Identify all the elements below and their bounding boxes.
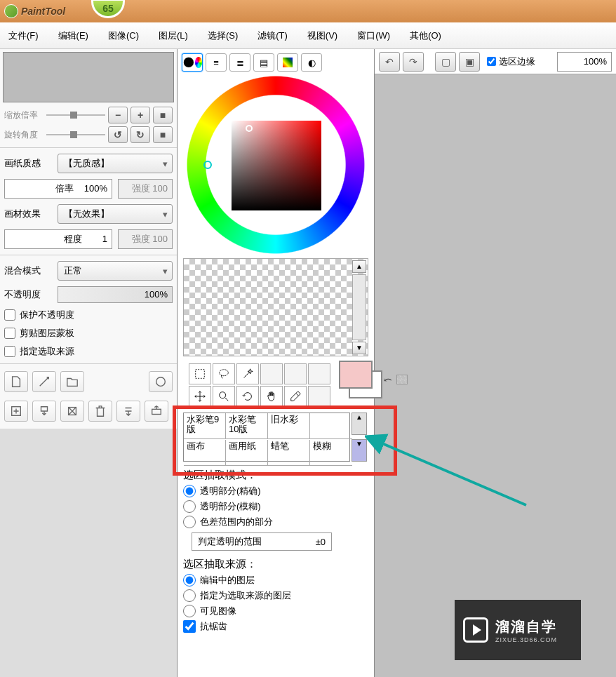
palette-mode-icon[interactable] bbox=[277, 53, 298, 72]
brush-empty[interactable] bbox=[310, 413, 352, 439]
hand-tool-icon[interactable] bbox=[260, 386, 283, 407]
move-tool-icon[interactable] bbox=[189, 386, 211, 407]
clear-layer-icon[interactable] bbox=[60, 401, 84, 422]
mid-panel: ≡ ≣ ▤ ◐ ▲ bbox=[178, 49, 375, 677]
color-square[interactable] bbox=[232, 121, 321, 210]
source-assigned-radio[interactable] bbox=[183, 589, 196, 602]
paper-texture-dropdown[interactable]: 【无质感】 bbox=[58, 154, 173, 173]
rotate-left-button[interactable]: ↺ bbox=[108, 126, 128, 143]
opacity-label: 不透明度 bbox=[4, 288, 52, 301]
degree-input[interactable]: 程度 1 bbox=[4, 229, 112, 249]
brush-blur[interactable]: 模糊 bbox=[310, 440, 352, 466]
brush-watercolor10[interactable]: 水彩笔10版 bbox=[226, 413, 268, 439]
brush-scroll-up[interactable]: ▲ bbox=[351, 413, 367, 435]
foreground-color[interactable] bbox=[339, 361, 373, 389]
opacity-slider[interactable]: 100% bbox=[58, 286, 173, 303]
blend-dropdown[interactable]: 正常 bbox=[58, 261, 173, 281]
layer-list[interactable] bbox=[0, 429, 177, 677]
zoom-out-button[interactable]: − bbox=[108, 107, 128, 123]
swap-colors-icon[interactable]: ⤺ bbox=[384, 374, 392, 385]
source-editing-label: 编辑中的图层 bbox=[200, 574, 255, 586]
gray-mode-icon[interactable]: ▤ bbox=[253, 53, 274, 72]
swatch-scroll-up[interactable]: ▲ bbox=[352, 260, 366, 273]
svg-rect-8 bbox=[196, 370, 205, 379]
scratchpad-mode-icon[interactable]: ◐ bbox=[301, 53, 322, 72]
menu-filter[interactable]: 滤镜(T) bbox=[257, 29, 288, 42]
brush-old-watercolor[interactable]: 旧水彩 bbox=[268, 413, 310, 439]
left-panel: 缩放倍率 − + ■ 旋转角度 ↺ ↻ ■ 画纸质感 【无质感】 倍率 100%… bbox=[0, 49, 178, 677]
swatch-scrollbar[interactable] bbox=[352, 274, 366, 340]
transparent-range-input[interactable]: 判定透明的范围 ±0 bbox=[192, 532, 332, 551]
rotate-slider[interactable] bbox=[46, 130, 105, 140]
undo-button[interactable]: ↶ bbox=[379, 52, 400, 72]
tool-empty[interactable] bbox=[284, 363, 307, 384]
material-dropdown[interactable]: 【无效果】 bbox=[58, 204, 173, 224]
menu-other[interactable]: 其他(O) bbox=[410, 29, 441, 42]
menu-layer[interactable]: 图层(L) bbox=[159, 29, 188, 42]
zoom-tool-icon[interactable] bbox=[213, 386, 235, 407]
extract-fuzzy-radio[interactable] bbox=[183, 500, 196, 513]
invert-button[interactable]: ▣ bbox=[459, 52, 480, 72]
zoom-reset-button[interactable]: ■ bbox=[153, 107, 173, 123]
eyedropper-tool-icon[interactable] bbox=[284, 386, 307, 407]
selection-edge-checkbox[interactable] bbox=[487, 57, 496, 66]
brush-watercolor9[interactable]: 水彩笔9版 bbox=[184, 413, 226, 439]
brush-crayon[interactable]: 蜡笔 bbox=[268, 440, 310, 466]
extract-colordiff-radio[interactable] bbox=[183, 516, 196, 528]
zoom-slider[interactable] bbox=[46, 110, 105, 120]
deselect-button[interactable]: ▢ bbox=[435, 52, 456, 72]
clip-checkbox[interactable] bbox=[4, 328, 15, 339]
rotate-reset-button[interactable]: ■ bbox=[153, 126, 173, 143]
protect-checkbox[interactable] bbox=[4, 309, 15, 321]
transparent-color-icon[interactable] bbox=[396, 375, 408, 384]
blend-label: 混合模式 bbox=[4, 264, 52, 277]
rgb-mode-icon[interactable]: ≡ bbox=[206, 53, 227, 72]
scale-input[interactable]: 倍率 100% bbox=[4, 179, 112, 199]
new-layer-icon[interactable] bbox=[4, 371, 28, 392]
swatch-area[interactable]: ▲ ▼ bbox=[183, 258, 368, 356]
zoom-input[interactable]: 100% bbox=[557, 52, 612, 72]
brush-scroll-down[interactable]: ▼ bbox=[351, 439, 367, 462]
color-wheel-mode-icon[interactable] bbox=[182, 53, 203, 72]
brush-paper[interactable]: 画用纸 bbox=[226, 440, 268, 466]
rect-select-tool-icon[interactable] bbox=[189, 363, 211, 384]
extract-precise-radio[interactable] bbox=[183, 485, 196, 497]
menu-edit[interactable]: 编辑(E) bbox=[58, 29, 88, 42]
lasso-tool-icon[interactable] bbox=[213, 363, 235, 384]
menu-select[interactable]: 选择(S) bbox=[208, 29, 238, 42]
degree-label: 程度 bbox=[64, 234, 82, 244]
tool-empty[interactable] bbox=[308, 363, 330, 384]
menu-window[interactable]: 窗口(W) bbox=[357, 29, 390, 42]
canvas-area[interactable] bbox=[375, 74, 616, 677]
brush-canvas[interactable]: 画布 bbox=[184, 440, 226, 466]
tool-empty[interactable] bbox=[260, 363, 283, 384]
new-linework-icon[interactable] bbox=[32, 371, 56, 392]
clip-label: 剪贴图层蒙板 bbox=[20, 327, 74, 340]
source-visible-radio[interactable] bbox=[183, 605, 196, 617]
rotate-right-button[interactable]: ↻ bbox=[130, 126, 150, 143]
rotate-tool-icon[interactable] bbox=[236, 386, 259, 407]
menu-file[interactable]: 文件(F) bbox=[8, 29, 39, 42]
redo-button[interactable]: ↷ bbox=[403, 52, 424, 72]
source-editing-radio[interactable] bbox=[183, 574, 196, 586]
add-layer-icon[interactable] bbox=[4, 401, 28, 422]
flatten-icon[interactable] bbox=[145, 401, 168, 422]
delete-layer-icon[interactable] bbox=[88, 401, 112, 422]
new-folder-icon[interactable] bbox=[60, 371, 84, 392]
antialias-label: 抗锯齿 bbox=[200, 620, 227, 633]
antialias-checkbox[interactable] bbox=[183, 620, 196, 633]
tool-empty[interactable] bbox=[308, 386, 330, 407]
merge-down-icon[interactable] bbox=[32, 401, 56, 422]
menu-image[interactable]: 图像(C) bbox=[108, 29, 139, 42]
layer-mask-icon[interactable] bbox=[149, 371, 173, 392]
magic-wand-tool-icon[interactable] bbox=[236, 363, 259, 384]
zoom-in-button[interactable]: + bbox=[130, 107, 150, 123]
menu-view[interactable]: 视图(V) bbox=[307, 29, 337, 42]
swatch-scroll-down[interactable]: ▼ bbox=[352, 342, 366, 354]
color-wheel[interactable] bbox=[187, 76, 365, 254]
navigator-thumbnail[interactable] bbox=[3, 52, 174, 102]
svg-rect-3 bbox=[152, 409, 161, 414]
hsv-mode-icon[interactable]: ≣ bbox=[229, 53, 250, 72]
assign-src-checkbox[interactable] bbox=[4, 346, 15, 357]
transfer-down-icon[interactable] bbox=[116, 401, 140, 422]
